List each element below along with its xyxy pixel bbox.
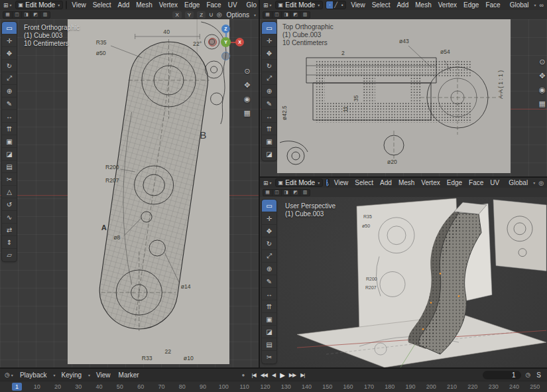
- tool-transform-button[interactable]: ⊕: [262, 85, 276, 98]
- tool-knife-button[interactable]: ✂: [262, 351, 276, 363]
- viewport-front-canvas[interactable]: 22° 40 R35 ø50 R200 R207 ø8 ø14 22 R33 ø…: [0, 19, 259, 367]
- navigation-gizmo[interactable]: Z X Y: [208, 25, 244, 60]
- current-frame-field[interactable]: 1: [483, 371, 521, 379]
- tool-rotate-button[interactable]: ↻: [2, 60, 17, 72]
- prev-keyframe-button[interactable]: ◀◀: [260, 372, 268, 378]
- tool-scale-button[interactable]: ⤢: [262, 250, 276, 263]
- orientation-dropdown[interactable]: Glo: [245, 1, 259, 9]
- gizmo-x-neg-axis[interactable]: [208, 38, 217, 46]
- menu-playback[interactable]: Playback: [18, 371, 49, 379]
- grid-icon[interactable]: ▦: [539, 99, 546, 108]
- tool-rotate-button[interactable]: ↻: [262, 60, 276, 72]
- pan-icon[interactable]: ✥: [539, 72, 545, 80]
- options-dropdown[interactable]: Options: [225, 11, 251, 19]
- menu-face[interactable]: Face: [467, 179, 485, 186]
- display-toggle-icon[interactable]: ◫: [13, 12, 22, 18]
- menu-view[interactable]: View: [94, 371, 113, 379]
- tool-loopcut-button[interactable]: ▤: [262, 338, 276, 351]
- play-reverse-button[interactable]: ◀: [271, 372, 276, 378]
- tool-annotate-button[interactable]: ✎: [2, 98, 17, 110]
- tool-measure-button[interactable]: ↔: [2, 110, 17, 123]
- menu-view[interactable]: View: [349, 1, 367, 9]
- proportional-edit-icon[interactable]: ◎: [216, 11, 223, 18]
- menu-edge[interactable]: Edge: [182, 1, 202, 9]
- proportional-edit-icon[interactable]: ◎: [538, 180, 544, 186]
- gizmo-x-axis[interactable]: X: [235, 38, 244, 46]
- tool-polybuild-button[interactable]: △: [2, 186, 17, 198]
- mirror-x-button[interactable]: X: [172, 11, 181, 19]
- tool-inset-button[interactable]: ▣: [262, 313, 276, 326]
- tool-measure-button[interactable]: ↔: [262, 288, 276, 300]
- display-toggle-icon[interactable]: ▥: [300, 12, 310, 18]
- menu-vertex[interactable]: Vertex: [157, 1, 180, 9]
- menu-view[interactable]: View: [332, 179, 351, 186]
- edge-select-button[interactable]: ╱: [333, 1, 339, 9]
- menu-uv[interactable]: UV: [488, 179, 501, 186]
- zoom-icon[interactable]: ⊙: [244, 67, 250, 76]
- menu-vertex[interactable]: Vertex: [436, 1, 459, 9]
- tool-loopcut-button[interactable]: ▤: [2, 161, 17, 173]
- pan-icon[interactable]: ✥: [244, 81, 250, 90]
- menu-add[interactable]: Add: [115, 1, 131, 9]
- display-toggle-icon[interactable]: ▦: [263, 12, 273, 18]
- gizmo-z-neg-axis[interactable]: [221, 52, 230, 60]
- camera-icon[interactable]: ◉: [244, 95, 251, 103]
- tool-move-button[interactable]: ✥: [262, 225, 276, 237]
- menu-edge[interactable]: Edge: [461, 1, 481, 9]
- display-toggle-icon[interactable]: ▥: [300, 190, 310, 196]
- mirror-y-button[interactable]: Y: [185, 11, 194, 19]
- display-toggle-icon[interactable]: ◨: [282, 190, 291, 196]
- tool-cursor-button[interactable]: ✛: [2, 34, 17, 47]
- tool-measure-button[interactable]: ↔: [262, 110, 276, 123]
- menu-add[interactable]: Add: [395, 1, 410, 9]
- menu-uv[interactable]: UV: [226, 1, 239, 9]
- tool-move-button[interactable]: ✥: [2, 47, 17, 60]
- tool-extrude-button[interactable]: ⇈: [2, 123, 17, 135]
- orientation-dropdown[interactable]: Global: [508, 1, 531, 9]
- menu-select[interactable]: Select: [91, 1, 113, 9]
- tool-select-box-button[interactable]: ▭: [262, 200, 276, 212]
- mirror-z-button[interactable]: Z: [197, 11, 206, 19]
- edge-select-button[interactable]: ╱: [328, 179, 329, 186]
- tool-move-button[interactable]: ✥: [262, 47, 276, 60]
- tool-edgeslide-button[interactable]: ⇄: [2, 224, 17, 236]
- jump-to-end-button[interactable]: ▶|: [300, 372, 305, 378]
- tool-scale-button[interactable]: ⤢: [2, 72, 17, 85]
- display-toggle-icon[interactable]: ◫: [273, 12, 282, 18]
- editor-type-button[interactable]: ⊞▾: [263, 2, 273, 9]
- display-toggle-icon[interactable]: ▦: [263, 190, 273, 196]
- menu-face[interactable]: Face: [204, 1, 223, 9]
- timeline-ruler[interactable]: 1 10 20 30 40 50 60 70 80 90 100 110 120…: [0, 381, 547, 392]
- tool-transform-button[interactable]: ⊕: [2, 85, 17, 98]
- tool-bevel-button[interactable]: ◪: [262, 148, 276, 161]
- auto-keyframe-toggle[interactable]: ●: [242, 372, 245, 378]
- display-toggle-icon[interactable]: ◨: [22, 12, 31, 18]
- tool-inset-button[interactable]: ▣: [2, 135, 17, 148]
- menu-mesh[interactable]: Mesh: [134, 1, 154, 9]
- tool-select-box-button[interactable]: ▭: [2, 22, 17, 34]
- tool-smooth-button[interactable]: ∿: [2, 211, 17, 224]
- mode-dropdown[interactable]: ▣Edit Mode▾: [15, 1, 64, 9]
- tool-transform-button[interactable]: ⊕: [262, 263, 276, 275]
- display-toggle-icon[interactable]: ◫: [273, 190, 282, 196]
- tool-rotate-button[interactable]: ↻: [262, 237, 276, 250]
- tool-extrude-button[interactable]: ⇈: [262, 300, 276, 313]
- orientation-dropdown[interactable]: Global: [507, 179, 530, 186]
- tool-bevel-button[interactable]: ◪: [2, 148, 17, 161]
- jump-to-start-button[interactable]: |◀: [251, 372, 256, 378]
- tool-cursor-button[interactable]: ✛: [262, 212, 276, 225]
- gizmo-y-axis[interactable]: Y: [221, 37, 231, 47]
- viewport-top-canvas[interactable]: ø43 ø54 2 35 11 ø42.5 ø20 A-A ( 1 : 1 ) …: [260, 19, 547, 176]
- menu-add[interactable]: Add: [378, 179, 394, 186]
- tool-shear-button[interactable]: ▱: [2, 249, 17, 261]
- tool-scale-button[interactable]: ⤢: [262, 72, 276, 85]
- tool-annotate-button[interactable]: ✎: [262, 98, 276, 110]
- tool-knife-button[interactable]: ✂: [2, 173, 17, 186]
- editor-type-button[interactable]: ⊞▾: [263, 180, 273, 186]
- vertex-select-button[interactable]: ∙: [66, 1, 67, 9]
- display-toggle-icon[interactable]: ◩: [291, 12, 300, 18]
- menu-vertex[interactable]: Vertex: [419, 179, 442, 186]
- menu-face[interactable]: Face: [483, 1, 502, 9]
- editor-type-button[interactable]: ◷▾: [4, 371, 14, 378]
- menu-keying[interactable]: Keying: [59, 371, 84, 379]
